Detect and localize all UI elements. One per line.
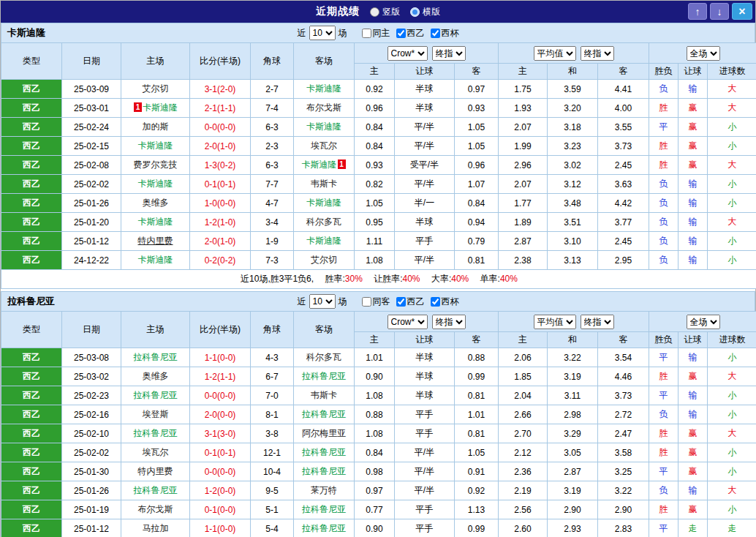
team-link[interactable]: 拉科鲁尼亚 <box>302 523 346 533</box>
team-link[interactable]: 奥维多 <box>143 371 169 381</box>
team-link[interactable]: 莱万特 <box>311 485 337 495</box>
team-link[interactable]: 卡斯迪隆 <box>302 159 337 170</box>
team-link[interactable]: 卡斯迪隆 <box>138 217 173 227</box>
same-venue-checkbox[interactable]: 同客 <box>359 296 390 308</box>
team-link[interactable]: 卡斯迪隆 <box>306 198 341 208</box>
team-link[interactable]: 艾尔切 <box>143 83 169 94</box>
cup-checkbox[interactable]: 西杯 <box>428 296 459 308</box>
scroll-up-button[interactable]: ↑ <box>688 3 707 20</box>
match-score[interactable]: 1-1(0-0) <box>190 519 251 537</box>
team-link[interactable]: 韦斯卡 <box>311 390 337 400</box>
avg-select[interactable]: 平均值 <box>534 315 576 329</box>
match-score[interactable]: 0-0(0-0) <box>190 386 251 405</box>
team-link[interactable]: 卡斯迪隆 <box>138 255 173 265</box>
team-link[interactable]: 特内里费 <box>138 236 173 246</box>
team-link[interactable]: 拉科鲁尼亚 <box>134 485 178 495</box>
match-score[interactable]: 2-1(1-1) <box>190 99 251 118</box>
league-checkbox-input[interactable] <box>396 297 406 307</box>
avg-home-value: 1.99 <box>499 137 548 156</box>
odds-stage-select[interactable]: 终指 <box>432 315 466 329</box>
match-score[interactable]: 0-1(0-0) <box>190 500 251 519</box>
team-link[interactable]: 费罗尔竞技 <box>134 159 178 170</box>
layout-vertical-radio[interactable]: 竖版 <box>370 6 400 18</box>
odds-company-select[interactable]: Crow* <box>388 315 428 329</box>
team-link[interactable]: 埃登斯 <box>143 409 169 419</box>
home-team-cell: 卡斯迪隆 <box>121 251 190 270</box>
home-team-cell: 1卡斯迪隆 <box>121 99 190 118</box>
odds-company-select[interactable]: Crow* <box>388 46 428 61</box>
team-link[interactable]: 卡斯迪隆 <box>143 102 178 113</box>
team-link[interactable]: 阿尔梅里亚 <box>302 428 346 438</box>
team-link[interactable]: 科尔多瓦 <box>306 352 341 362</box>
team-link[interactable]: 卡斯迪隆 <box>306 121 341 132</box>
match-score[interactable]: 1-2(1-1) <box>190 367 251 386</box>
team-link[interactable]: 拉科鲁尼亚 <box>134 428 178 438</box>
team-link[interactable]: 拉科鲁尼亚 <box>302 466 346 476</box>
scope-group-header: 全场 <box>649 43 756 64</box>
match-score[interactable]: 2-0(1-0) <box>190 137 251 156</box>
team-link[interactable]: 韦斯卡 <box>311 179 337 189</box>
team-link[interactable]: 奥维多 <box>143 198 169 208</box>
team-link[interactable]: 艾尔切 <box>311 255 337 265</box>
scope-select[interactable]: 全场 <box>687 46 720 61</box>
team-link[interactable]: 埃瓦尔 <box>311 140 337 151</box>
odds-stage-select[interactable]: 终指 <box>432 46 466 61</box>
same-venue-checkbox-input[interactable] <box>362 29 371 38</box>
team-link[interactable]: 卡斯迪隆 <box>306 83 341 94</box>
col-type: 类型 <box>1 43 62 80</box>
layout-horizontal-radio[interactable]: 横版 <box>410 6 440 18</box>
league-type: 西乙 <box>1 175 62 194</box>
cup-checkbox-input[interactable] <box>431 297 440 307</box>
match-score[interactable]: 0-0(0-0) <box>190 118 251 137</box>
team-link[interactable]: 特内里费 <box>138 466 173 476</box>
match-score[interactable]: 1-3(0-2) <box>190 156 251 175</box>
team-link[interactable]: 卡斯迪隆 <box>138 140 173 151</box>
odds-away-value: 0.99 <box>455 519 499 537</box>
team-link[interactable]: 拉科鲁尼亚 <box>134 390 178 400</box>
away-team-cell: 拉科鲁尼亚 <box>294 500 355 519</box>
team-link[interactable]: 布尔戈斯 <box>306 102 341 113</box>
match-score[interactable]: 3-1(3-0) <box>190 424 251 443</box>
close-button[interactable]: × <box>732 3 752 20</box>
team-link[interactable]: 卡斯迪隆 <box>138 179 173 189</box>
scope-select[interactable]: 全场 <box>687 315 720 329</box>
team-link[interactable]: 马拉加 <box>143 523 169 533</box>
team-link[interactable]: 拉科鲁尼亚 <box>302 504 346 514</box>
match-score[interactable]: 0-1(0-1) <box>190 443 251 462</box>
match-score[interactable]: 2-0(0-0) <box>190 405 251 424</box>
avg-select[interactable]: 平均值 <box>534 46 576 61</box>
avg-stage-select[interactable]: 终指 <box>581 315 614 329</box>
match-score[interactable]: 1-2(1-0) <box>190 213 251 232</box>
odds-away-value: 1.05 <box>455 118 499 137</box>
match-score[interactable]: 1-2(0-0) <box>190 481 251 500</box>
match-score[interactable]: 0-0(0-0) <box>190 462 251 481</box>
same-venue-checkbox-input[interactable] <box>362 297 371 307</box>
cup-checkbox[interactable]: 西杯 <box>428 27 459 40</box>
match-score[interactable]: 1-1(0-0) <box>190 348 251 367</box>
match-score[interactable]: 1-0(0-0) <box>190 194 251 213</box>
team-link[interactable]: 拉科鲁尼亚 <box>302 371 346 381</box>
avg-away-value: 4.41 <box>598 80 649 99</box>
match-score[interactable]: 3-1(2-0) <box>190 80 251 99</box>
team-link[interactable]: 卡斯迪隆 <box>306 236 341 246</box>
league-checkbox[interactable]: 西乙 <box>393 27 425 40</box>
team-link[interactable]: 加的斯 <box>143 121 169 132</box>
match-count-select[interactable]: 10 <box>309 294 336 309</box>
league-checkbox[interactable]: 西乙 <box>393 296 425 308</box>
scroll-down-button[interactable]: ↓ <box>710 3 729 20</box>
team-link[interactable]: 布尔戈斯 <box>138 504 173 514</box>
same-venue-checkbox[interactable]: 同主 <box>359 27 390 40</box>
avg-stage-select[interactable]: 终指 <box>581 46 614 61</box>
league-checkbox-input[interactable] <box>396 29 406 38</box>
odds-away-value: 0.81 <box>455 251 499 270</box>
team-link[interactable]: 拉科鲁尼亚 <box>302 409 346 419</box>
match-score[interactable]: 0-2(0-2) <box>190 251 251 270</box>
cup-checkbox-input[interactable] <box>431 29 440 38</box>
match-score[interactable]: 2-0(1-0) <box>190 232 251 251</box>
team-link[interactable]: 拉科鲁尼亚 <box>302 447 346 457</box>
team-link[interactable]: 拉科鲁尼亚 <box>134 352 178 362</box>
match-count-select[interactable]: 10 <box>309 26 336 40</box>
match-score[interactable]: 0-1(0-1) <box>190 175 251 194</box>
team-link[interactable]: 科尔多瓦 <box>306 217 341 227</box>
team-link[interactable]: 埃瓦尔 <box>143 447 169 457</box>
